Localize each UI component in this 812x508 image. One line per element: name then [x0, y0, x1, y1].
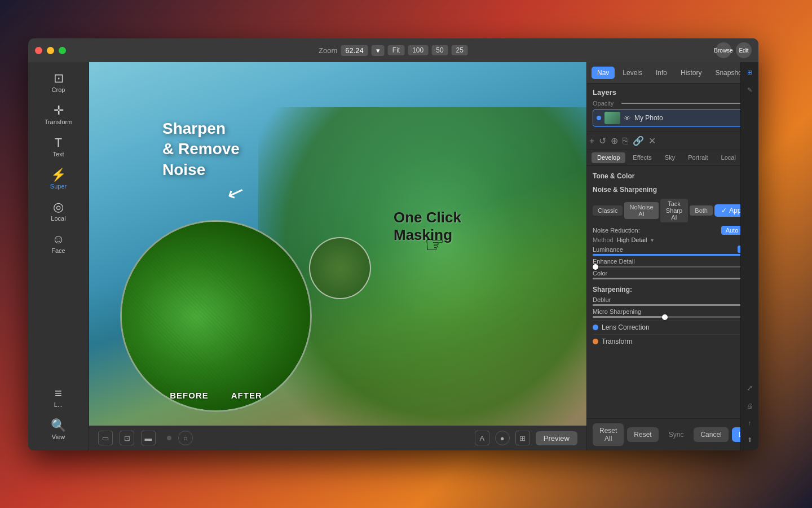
mask-icon[interactable]: ● [495, 431, 510, 445]
after-label: AFTER [220, 391, 273, 400]
close-button[interactable] [35, 47, 42, 54]
layer-visibility-icon[interactable]: 👁 [624, 114, 631, 122]
export-edge-icon[interactable]: ⬆ [742, 434, 758, 446]
layer-merge-icon[interactable]: ⊕ [611, 135, 618, 146]
zoom-50-button[interactable]: 50 [431, 45, 448, 55]
lens-correction-section[interactable]: Lens Correction [593, 320, 753, 334]
view-split-icon[interactable]: ⊡ [120, 431, 134, 445]
luminance-track[interactable] [593, 254, 753, 256]
proc-tab-local[interactable]: Local [716, 152, 742, 163]
layer-thumbnail [604, 112, 620, 124]
app-window: Zoom 62.24 ▾ Fit 100 50 25 Browse Edit ⊡… [28, 38, 758, 450]
layer-rotate-icon[interactable]: ↺ [599, 135, 606, 146]
tool-crop[interactable]: ⊡ Crop [33, 68, 84, 98]
tab-levels[interactable]: Levels [617, 67, 648, 79]
tone-color-title: Tone & Color [593, 172, 634, 180]
browse-edge-icon[interactable]: ⊞ [742, 67, 758, 78]
noise-ai-btn[interactable]: NoNoise AI [624, 202, 658, 219]
panel-bottom-buttons: Reset All Reset Sync Cancel Done [587, 418, 758, 450]
view-single-icon[interactable]: ▭ [98, 431, 113, 445]
canvas-area[interactable]: BEFORE AFTER Sharpen & Remove Noise ↙ On… [89, 62, 586, 450]
grid-icon[interactable]: ⊞ [515, 431, 530, 445]
method-dropdown-icon[interactable]: ▾ [651, 237, 654, 243]
text-overlay-icon[interactable]: A [475, 431, 489, 445]
zoom-100-button[interactable]: 100 [408, 45, 428, 55]
opacity-fill [621, 103, 753, 104]
tone-color-header[interactable]: Tone & Color ⌃ [593, 169, 753, 183]
super-label: Super [50, 183, 67, 190]
enhance-detail-track[interactable] [593, 266, 753, 268]
adjustments-panel: Tone & Color ⌃ Noise & Sharpening ↺ Clas… [587, 166, 758, 418]
browse-icon[interactable]: Browse [716, 42, 731, 58]
view-label: View [52, 433, 65, 440]
reset-button[interactable]: Reset [627, 427, 658, 442]
opacity-label: Opacity [593, 100, 618, 107]
transform-label: Transform [602, 338, 632, 345]
tack-sharp-btn[interactable]: Tack Sharp AI [660, 199, 689, 222]
cancel-button[interactable]: Cancel [694, 427, 728, 442]
proc-tab-sky[interactable]: Sky [659, 152, 681, 163]
tool-face[interactable]: ☺ Face [33, 229, 84, 259]
color-track[interactable] [593, 278, 753, 279]
layer-actions: + ↺ ⊕ ⎘ 🔗 ✕ ⚙ [587, 132, 758, 150]
minimize-button[interactable] [47, 47, 54, 54]
sync-button[interactable]: Sync [662, 427, 691, 442]
resize-edge-icon[interactable]: ⤢ [742, 382, 758, 395]
layer-add-icon[interactable]: + [589, 136, 594, 146]
proc-tab-effects[interactable]: Effects [627, 152, 657, 163]
layer-copy-icon[interactable]: ⎘ [623, 136, 628, 146]
color-label-row: Color 100 [593, 270, 753, 277]
transform-section[interactable]: Transform [593, 334, 753, 348]
view-compare-icon[interactable]: ▬ [141, 431, 156, 445]
tab-nav[interactable]: Nav [592, 67, 615, 79]
layer-row[interactable]: 👁 My Photo [593, 109, 753, 127]
maximize-button[interactable] [59, 47, 66, 54]
title-bar: Zoom 62.24 ▾ Fit 100 50 25 Browse Edit [28, 38, 758, 62]
noise-sharpening-header[interactable]: Noise & Sharpening ↺ [593, 183, 753, 196]
edit-icon[interactable]: Edit [736, 42, 752, 58]
layer-link-icon[interactable]: 🔗 [633, 135, 644, 146]
title-right-icons: Browse Edit [716, 42, 752, 58]
share-edge-icon[interactable]: ↑ [742, 417, 758, 428]
luminance-row: Luminance 100 [593, 246, 753, 256]
lens-correction-dot [593, 325, 598, 330]
tool-view[interactable]: 🔍 View [33, 415, 84, 445]
zoom-dropdown[interactable]: ▾ [372, 45, 385, 56]
layer-delete-icon[interactable]: ✕ [648, 135, 656, 146]
zoom-detail-circle [309, 237, 371, 299]
proc-tab-portrait[interactable]: Portrait [682, 152, 713, 163]
view-circle-indicator: ○ [178, 431, 193, 445]
fit-button[interactable]: Fit [388, 45, 404, 55]
opacity-slider[interactable] [621, 103, 753, 104]
zoom-input[interactable]: 62.24 [341, 45, 368, 56]
tab-info[interactable]: Info [650, 67, 673, 79]
zoom-25-button[interactable]: 25 [452, 45, 468, 55]
tool-text[interactable]: T Text [33, 132, 84, 162]
method-label: Method [593, 237, 614, 243]
preview-btn-visible[interactable]: Preview [536, 431, 577, 445]
sharpening-title: Sharpening: [593, 286, 632, 294]
tool-transform[interactable]: ✛ Transform [33, 100, 84, 130]
reset-all-button[interactable]: Reset All [593, 423, 624, 446]
tool-super[interactable]: ⚡ Super [33, 164, 84, 194]
crop-label: Crop [52, 86, 65, 93]
noise-classic-btn[interactable]: Classic [593, 205, 623, 216]
tool-local[interactable]: ◎ Local [33, 196, 84, 226]
micro-sharpening-thumb[interactable] [662, 314, 668, 320]
edit-edge-icon[interactable]: ✎ [742, 84, 758, 96]
color-fill [593, 278, 753, 279]
tab-history[interactable]: History [675, 67, 707, 79]
zoom-controls: Zoom 62.24 ▾ Fit 100 50 25 [319, 45, 468, 56]
enhance-detail-thumb[interactable] [593, 264, 598, 270]
micro-sharpening-track[interactable] [593, 316, 753, 318]
local-icon: ◎ [53, 201, 64, 213]
layers-icon: ≡ [55, 387, 62, 400]
overlay-line1: Sharpen [162, 120, 226, 137]
scales-texture [122, 222, 310, 410]
tool-layers[interactable]: ≡ L... [33, 383, 84, 413]
both-btn[interactable]: Both [690, 205, 713, 216]
deblur-track[interactable] [593, 304, 753, 306]
noise-sharpening-title: Noise & Sharpening [593, 186, 657, 194]
proc-tab-develop[interactable]: Develop [592, 152, 625, 163]
print-edge-icon[interactable]: 🖨 [742, 400, 758, 411]
